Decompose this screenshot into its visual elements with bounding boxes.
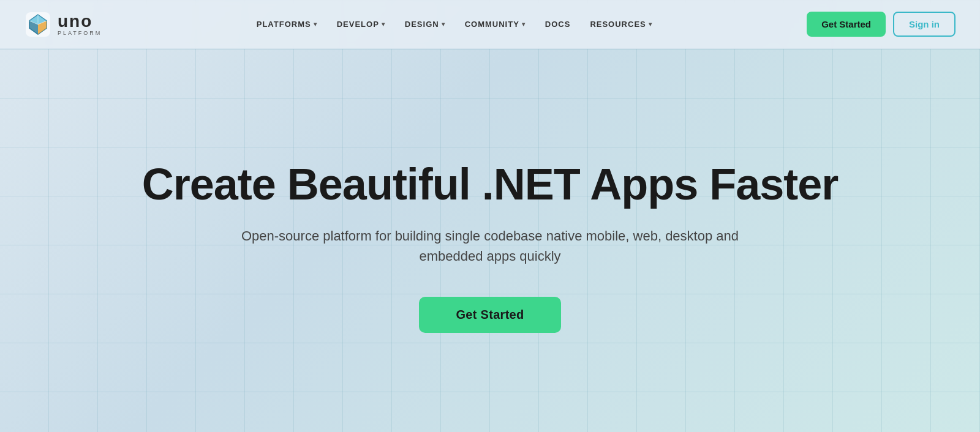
nav-item-design[interactable]: DESIGN ▾: [398, 15, 453, 34]
hero-section: Create Beautiful .NET Apps Faster Open-s…: [0, 49, 980, 432]
chevron-down-icon: ▾: [649, 21, 652, 28]
nav-item-develop[interactable]: DEVELOP ▾: [330, 15, 393, 34]
nav-item-community[interactable]: COMMUNITY ▾: [458, 15, 533, 34]
hero-subtitle: Open-source platform for building single…: [239, 226, 741, 266]
logo-text: uno PLATFORM: [58, 13, 102, 36]
hero-cta-button[interactable]: Get Started: [419, 297, 560, 333]
nav-get-started-button[interactable]: Get Started: [807, 12, 886, 37]
nav-label-platforms: PLATFORMS: [257, 20, 311, 29]
chevron-down-icon: ▾: [314, 21, 317, 28]
nav-actions: Get Started Sign in: [807, 12, 956, 37]
uno-logo-icon: [24, 11, 51, 38]
navbar: uno PLATFORM PLATFORMS ▾ DEVELOP ▾ DESIG…: [0, 0, 980, 49]
nav-sign-in-button[interactable]: Sign in: [893, 12, 956, 37]
nav-label-design: DESIGN: [405, 20, 439, 29]
nav-label-community: COMMUNITY: [465, 20, 519, 29]
logo[interactable]: uno PLATFORM: [24, 11, 102, 38]
nav-item-resources[interactable]: RESOURCES ▾: [582, 15, 659, 34]
chevron-down-icon: ▾: [522, 21, 526, 28]
nav-item-docs[interactable]: DOCS: [538, 15, 578, 34]
nav-label-develop: DEVELOP: [337, 20, 379, 29]
nav-item-platforms[interactable]: PLATFORMS ▾: [249, 15, 325, 34]
nav-label-resources: RESOURCES: [590, 20, 646, 29]
nav-links: PLATFORMS ▾ DEVELOP ▾ DESIGN ▾ COMMUNITY…: [249, 15, 660, 34]
chevron-down-icon: ▾: [382, 21, 385, 28]
nav-label-docs: DOCS: [545, 20, 571, 29]
hero-title: Create Beautiful .NET Apps Faster: [142, 160, 839, 209]
brand-sub: PLATFORM: [58, 30, 102, 36]
brand-name: uno: [58, 13, 102, 30]
chevron-down-icon: ▾: [442, 21, 445, 28]
